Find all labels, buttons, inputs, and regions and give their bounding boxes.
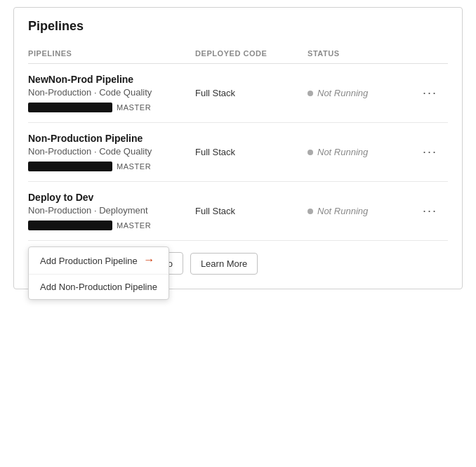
arrow-icon: ← [143, 254, 154, 267]
pipeline-info: Deploy to Dev Non-Production · Deploymen… [28, 192, 195, 230]
deployed-code: Full Stack [195, 88, 308, 98]
status-dot [308, 91, 313, 96]
branch-bar [28, 162, 112, 171]
header-actions [420, 49, 448, 58]
header-status: STATUS [308, 49, 420, 58]
card-header: Pipelines [14, 8, 462, 42]
status-text: Not Running [317, 147, 368, 157]
branch-bar [28, 221, 112, 230]
table-header-row: PIPELINES DEPLOYED CODE STATUS [28, 42, 448, 64]
learn-more-button[interactable]: Learn More [190, 253, 258, 275]
pipeline-branch: MASTER [28, 221, 195, 230]
header-pipeline: PIPELINES [28, 49, 195, 58]
pipeline-name: NewNon-Prod Pipeline [28, 74, 195, 85]
branch-bar [28, 103, 112, 112]
status-text: Not Running [317, 206, 368, 216]
more-options-button[interactable]: ··· [420, 145, 448, 159]
status-cell: Not Running [308, 88, 420, 98]
pipelines-table: PIPELINES DEPLOYED CODE STATUS NewNon-Pr… [14, 42, 462, 241]
status-cell: Not Running [308, 206, 420, 216]
pipeline-info: Non-Production Pipeline Non-Production ·… [28, 133, 195, 171]
table-row: Deploy to Dev Non-Production · Deploymen… [28, 182, 448, 241]
pipeline-info: NewNon-Prod Pipeline Non-Production · Co… [28, 74, 195, 112]
status-text: Not Running [317, 88, 368, 98]
more-options-button[interactable]: ··· [420, 204, 448, 218]
pipelines-card: Pipelines PIPELINES DEPLOYED CODE STATUS… [13, 7, 463, 289]
pipeline-name: Non-Production Pipeline [28, 133, 195, 144]
branch-label: MASTER [117, 221, 151, 230]
more-options-button[interactable]: ··· [420, 86, 448, 100]
table-row: NewNon-Prod Pipeline Non-Production · Co… [28, 64, 448, 123]
dropdown-item-production[interactable]: Add Production Pipeline ← [29, 247, 168, 275]
pipeline-meta: Non-Production · Code Quality [28, 87, 195, 98]
pipeline-meta: Non-Production · Deployment [28, 205, 195, 216]
header-deployed-code: DEPLOYED CODE [195, 49, 308, 58]
status-cell: Not Running [308, 147, 420, 157]
status-dot [308, 150, 313, 155]
page-title: Pipelines [28, 19, 448, 34]
deployed-code: Full Stack [195, 206, 308, 216]
pipeline-meta: Non-Production · Code Quality [28, 146, 195, 157]
footer-area: + Add {} Access Repo Info Learn More Add… [14, 241, 462, 289]
pipeline-name: Deploy to Dev [28, 192, 195, 203]
dropdown-item-non-production[interactable]: Add Non-Production Pipeline [29, 275, 168, 299]
pipeline-branch: MASTER [28, 103, 195, 112]
dropdown-item-label: Add Production Pipeline [40, 256, 138, 266]
dropdown-menu: Add Production Pipeline ← Add Non-Produc… [28, 246, 169, 300]
deployed-code: Full Stack [195, 147, 308, 157]
table-row: Non-Production Pipeline Non-Production ·… [28, 123, 448, 182]
branch-label: MASTER [117, 103, 151, 112]
branch-label: MASTER [117, 162, 151, 171]
status-dot [308, 209, 313, 214]
pipeline-branch: MASTER [28, 162, 195, 171]
dropdown-item-label: Add Non-Production Pipeline [40, 282, 157, 292]
